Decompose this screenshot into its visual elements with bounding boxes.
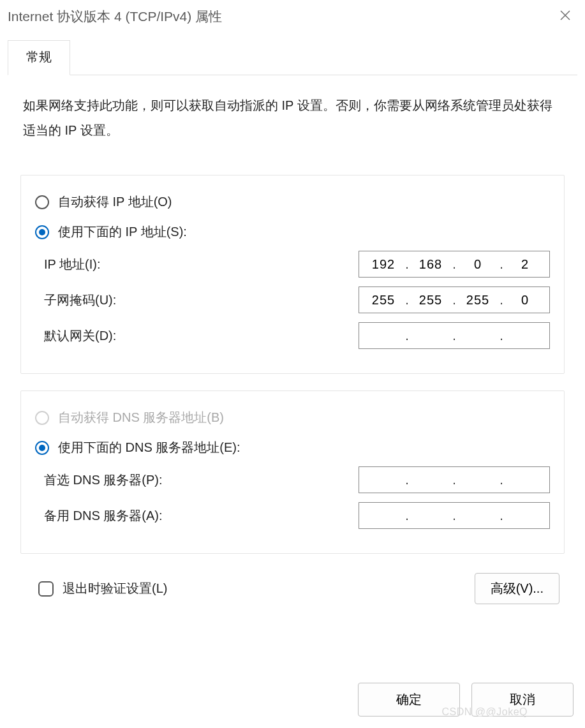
ip-fields: IP 地址(I): 192. 168. 0. 2 子网掩码(U): 255. 2… bbox=[44, 251, 550, 349]
default-gateway-label: 默认网关(D): bbox=[44, 327, 116, 345]
default-gateway-input[interactable]: . . . bbox=[359, 322, 550, 349]
advanced-button[interactable]: 高级(V)... bbox=[475, 573, 559, 604]
radio-icon bbox=[35, 411, 49, 425]
field-preferred-dns: 首选 DNS 服务器(P): . . . bbox=[44, 466, 550, 493]
tabstrip: 常规 bbox=[8, 40, 577, 75]
dns-fields: 首选 DNS 服务器(P): . . . 备用 DNS 服务器(A): . . … bbox=[44, 466, 550, 529]
field-alternate-dns: 备用 DNS 服务器(A): . . . bbox=[44, 502, 550, 529]
tabpanel-general: 如果网络支持此功能，则可以获取自动指派的 IP 设置。否则，你需要从网络系统管理… bbox=[8, 75, 577, 611]
radio-icon bbox=[35, 195, 49, 209]
field-default-gateway: 默认网关(D): . . . bbox=[44, 322, 550, 349]
radio-icon bbox=[35, 225, 49, 239]
radio-auto-ip-label: 自动获得 IP 地址(O) bbox=[58, 193, 172, 211]
footer-buttons: 确定 取消 bbox=[358, 683, 574, 717]
radio-auto-dns-label: 自动获得 DNS 服务器地址(B) bbox=[58, 409, 224, 426]
dialog-body: 常规 如果网络支持此功能，则可以获取自动指派的 IP 设置。否则，你需要从网络系… bbox=[0, 33, 585, 611]
radio-manual-ip[interactable]: 使用下面的 IP 地址(S): bbox=[35, 223, 550, 241]
cancel-button[interactable]: 取消 bbox=[471, 683, 574, 717]
mask-oct-1[interactable]: 255 bbox=[363, 293, 404, 308]
subnet-mask-label: 子网掩码(U): bbox=[44, 292, 116, 309]
mask-oct-2[interactable]: 255 bbox=[410, 293, 451, 308]
radio-auto-ip[interactable]: 自动获得 IP 地址(O) bbox=[35, 193, 550, 211]
bottom-row: 退出时验证设置(L) 高级(V)... bbox=[20, 554, 565, 604]
dns-group: 自动获得 DNS 服务器地址(B) 使用下面的 DNS 服务器地址(E): 首选… bbox=[20, 390, 565, 554]
window-title: Internet 协议版本 4 (TCP/IPv4) 属性 bbox=[8, 8, 222, 26]
field-subnet-mask: 子网掩码(U): 255. 255. 255. 0 bbox=[44, 286, 550, 313]
subnet-mask-input[interactable]: 255. 255. 255. 0 bbox=[359, 286, 550, 313]
radio-icon bbox=[35, 441, 49, 455]
radio-auto-dns: 自动获得 DNS 服务器地址(B) bbox=[35, 409, 550, 426]
ip-oct-1[interactable]: 192 bbox=[363, 257, 404, 272]
ip-address-input[interactable]: 192. 168. 0. 2 bbox=[359, 251, 550, 278]
ip-oct-4[interactable]: 2 bbox=[505, 257, 545, 272]
intro-text: 如果网络支持此功能，则可以获取自动指派的 IP 设置。否则，你需要从网络系统管理… bbox=[20, 93, 565, 143]
mask-oct-4[interactable]: 0 bbox=[505, 293, 545, 308]
preferred-dns-label: 首选 DNS 服务器(P): bbox=[44, 472, 163, 489]
tab-general[interactable]: 常规 bbox=[8, 40, 70, 75]
validate-label: 退出时验证设置(L) bbox=[63, 580, 167, 597]
alternate-dns-input[interactable]: . . . bbox=[359, 502, 550, 529]
mask-oct-3[interactable]: 255 bbox=[457, 293, 498, 308]
close-icon[interactable] bbox=[556, 10, 575, 24]
radio-manual-dns-label: 使用下面的 DNS 服务器地址(E): bbox=[58, 439, 241, 456]
ip-oct-3[interactable]: 0 bbox=[457, 257, 498, 272]
ip-address-group: 自动获得 IP 地址(O) 使用下面的 IP 地址(S): IP 地址(I): … bbox=[20, 175, 565, 374]
radio-manual-dns[interactable]: 使用下面的 DNS 服务器地址(E): bbox=[35, 439, 550, 456]
ip-oct-2[interactable]: 168 bbox=[410, 257, 451, 272]
radio-manual-ip-label: 使用下面的 IP 地址(S): bbox=[58, 223, 187, 241]
validate-on-exit[interactable]: 退出时验证设置(L) bbox=[38, 580, 167, 597]
ok-button[interactable]: 确定 bbox=[358, 683, 460, 717]
checkbox-icon bbox=[38, 581, 54, 597]
titlebar: Internet 协议版本 4 (TCP/IPv4) 属性 bbox=[0, 0, 585, 33]
field-ip-address: IP 地址(I): 192. 168. 0. 2 bbox=[44, 251, 550, 278]
preferred-dns-input[interactable]: . . . bbox=[359, 466, 550, 493]
ip-address-label: IP 地址(I): bbox=[44, 256, 101, 273]
alternate-dns-label: 备用 DNS 服务器(A): bbox=[44, 507, 163, 524]
